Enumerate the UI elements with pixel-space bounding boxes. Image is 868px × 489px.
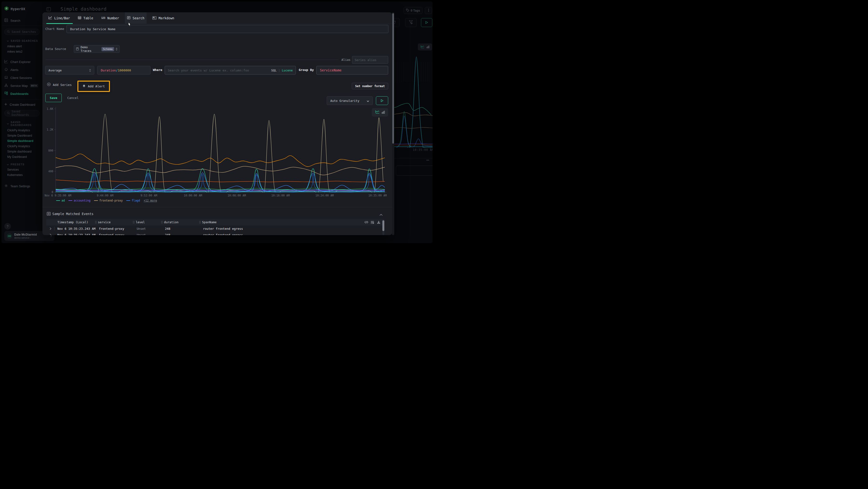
divider — [42, 207, 392, 207]
table-header-row: Timestamp (Local) service level duration… — [46, 219, 384, 225]
chart-name-value: Duration by Service Name — [70, 27, 116, 31]
svg-text:800: 800 — [48, 149, 53, 152]
chart-series-violet — [56, 191, 385, 191]
chart-editor-modal: Line/Bar Table 123 Number Search M↓ Mark… — [42, 12, 392, 235]
chart-series-blue-2 — [56, 174, 385, 192]
cell-span-name: router frontend egress — [203, 225, 243, 232]
tab-markdown[interactable]: M↓ Markdown — [150, 12, 177, 24]
toggle-divider: | — [278, 68, 280, 72]
chart-name-input[interactable]: Duration by Service Name — [66, 25, 389, 33]
where-placeholder: Search your events w/ Lucene ex. column:… — [168, 68, 249, 72]
cancel-button[interactable]: Cancel — [67, 94, 79, 102]
legend-item[interactable]: ad — [56, 199, 65, 202]
svg-text:Nov 6 9:35:00 AM: Nov 6 9:35:00 AM — [44, 194, 71, 197]
legend-item[interactable]: accounting — [68, 199, 90, 202]
column-header[interactable]: service — [95, 219, 111, 225]
lucene-option[interactable]: Lucene — [282, 68, 293, 72]
group-by-input[interactable]: ServiceName — [316, 66, 388, 75]
svg-text:10:24:00 AM: 10:24:00 AM — [315, 194, 334, 197]
field-expression-input[interactable]: Duration/1000000 — [97, 66, 151, 75]
play-icon — [381, 98, 383, 103]
table-row[interactable]: Nov 6 10:35:23.243 AM frontend-proxy Uns… — [46, 232, 384, 235]
chart-series-dark-orange — [56, 180, 385, 182]
legend-item[interactable]: frontend-proxy — [94, 199, 123, 202]
tab-line-bar[interactable]: Line/Bar — [46, 12, 72, 24]
search-list-icon — [127, 16, 130, 20]
granularity-select[interactable]: Auto Granularity — [327, 96, 373, 105]
tab-number[interactable]: 123 Number — [99, 12, 121, 24]
table-row[interactable]: Nov 6 10:35:23.243 AM frontend-proxy Uns… — [46, 225, 384, 232]
column-header[interactable]: duration — [161, 219, 179, 225]
line-chart-icon — [49, 16, 52, 20]
cell-span-name: router frontend egress — [203, 232, 243, 235]
sample-events-table: Timestamp (Local) service level duration… — [46, 219, 384, 235]
bell-icon — [83, 84, 86, 88]
svg-text:10:16:00 AM: 10:16:00 AM — [271, 194, 289, 197]
tab-label: Line/Bar — [54, 16, 70, 20]
list-panel-icon — [47, 212, 51, 217]
data-source-value: Demo Traces — [81, 46, 100, 53]
schema-badge[interactable]: Schema — [101, 47, 114, 51]
chart-series-sky — [56, 190, 385, 190]
select-chevrons-icon — [116, 47, 117, 51]
cell-service: frontend-proxy — [99, 225, 124, 232]
chevron-up-icon[interactable] — [379, 212, 383, 217]
row-expander-icon[interactable] — [50, 232, 51, 235]
drag-handle-icon — [133, 221, 134, 224]
add-series-button[interactable]: Add Series — [47, 83, 72, 87]
drag-handle-icon — [199, 221, 201, 224]
cell-service: frontend-proxy — [99, 232, 124, 235]
wrap-text-icon[interactable] — [371, 219, 374, 225]
language-toggle[interactable]: SQL | Lucene — [271, 68, 293, 72]
download-icon[interactable] — [377, 219, 380, 225]
add-series-label: Add Series — [53, 83, 72, 87]
alias-label: Alias — [341, 58, 350, 62]
cell-timestamp: Nov 6 10:35:23.243 AM — [57, 232, 95, 235]
save-button[interactable]: Save — [45, 94, 62, 102]
tab-search[interactable]: Search — [125, 12, 147, 24]
svg-text:400: 400 — [48, 170, 53, 173]
chevron-down-icon — [367, 98, 369, 103]
legend-item[interactable]: flagd — [126, 199, 140, 202]
column-header[interactable]: SpanName — [199, 219, 217, 225]
legend-more[interactable]: +12 more — [144, 199, 157, 202]
run-chart-button[interactable] — [376, 96, 388, 105]
tab-table[interactable]: Table — [76, 12, 95, 24]
svg-text:1.2K: 1.2K — [46, 128, 53, 131]
cell-level: Unset — [137, 232, 146, 235]
svg-text:10:08:00 AM: 10:08:00 AM — [227, 194, 246, 197]
svg-text:0: 0 — [52, 191, 53, 194]
drag-handle-icon — [95, 221, 97, 224]
tab-label: Search — [133, 16, 145, 20]
code-icon[interactable] — [365, 219, 368, 225]
add-alert-button[interactable]: Add Alert — [83, 84, 105, 88]
cell-duration: 248 — [165, 225, 170, 232]
tab-label: Table — [84, 16, 93, 20]
aggregation-value: Average — [49, 68, 62, 72]
column-header[interactable]: Timestamp (Local) — [57, 219, 88, 225]
row-expander-icon[interactable] — [50, 225, 51, 232]
events-scrollbar[interactable] — [382, 220, 384, 235]
chart-series-ad — [56, 169, 385, 191]
where-search-input[interactable]: Search your events w/ Lucene ex. column:… — [165, 66, 296, 75]
set-number-format-button[interactable]: Set number format — [352, 83, 388, 89]
column-header[interactable]: level — [133, 219, 145, 225]
chart-series-orange — [56, 154, 385, 167]
svg-text:9:52:00 AM: 9:52:00 AM — [141, 194, 157, 197]
where-label: Where — [153, 68, 162, 72]
bar-chart-icon — [382, 110, 385, 115]
data-source-select[interactable]: Demo Traces Schema — [74, 45, 120, 53]
aggregation-select[interactable]: Average — [45, 66, 94, 75]
operator-token: / — [116, 68, 118, 72]
divider — [54, 227, 55, 230]
modal-scrollbar[interactable] — [392, 12, 394, 235]
chart-name-label: Chart Name — [45, 27, 64, 31]
drag-handle-icon — [161, 221, 163, 224]
alias-input[interactable]: Series alias — [352, 56, 388, 64]
tab-label: Markdown — [159, 16, 174, 20]
svg-text:10:35:00 AM: 10:35:00 AM — [368, 194, 387, 197]
circled-plus-icon — [47, 83, 51, 87]
sql-option[interactable]: SQL — [271, 68, 277, 72]
field-token: Duration — [101, 68, 116, 72]
chart-type-toggle[interactable] — [372, 108, 388, 117]
